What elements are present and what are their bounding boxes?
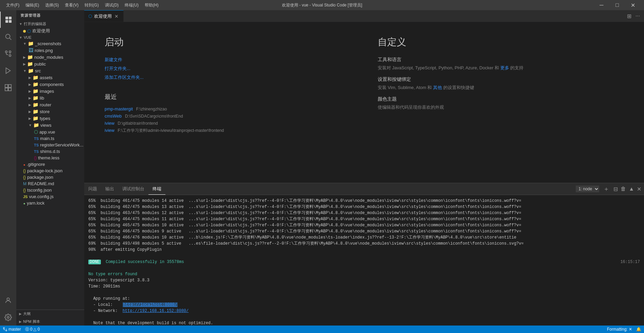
main-layout: 资源管理器 ▼ 打开的编辑器 ⬡ 欢迎使用 ▼ VUE ▼ 📁 _screens… xyxy=(0,10,644,326)
lib-folder[interactable]: ▶ 📁 lib xyxy=(16,94,84,101)
source-control-activity-icon[interactable] xyxy=(0,46,16,62)
notification-bell[interactable]: 🔔 xyxy=(636,327,641,332)
package-lock-file[interactable]: {} package-lock.json xyxy=(16,168,84,174)
svg-rect-0 xyxy=(5,17,8,19)
new-file-link[interactable]: 新建文件 xyxy=(105,57,351,63)
errors-count: 0 xyxy=(30,327,33,332)
theme-less-file[interactable]: {} theme.less xyxy=(16,155,84,161)
project-section[interactable]: ▼ VUE xyxy=(16,35,84,40)
terminal-select[interactable]: 1: node xyxy=(576,186,599,192)
menu-terminal[interactable]: 终端(U) xyxy=(122,2,141,9)
split-terminal-button[interactable]: ⊟ xyxy=(613,186,618,192)
open-folder-link[interactable]: 打开文件夹... xyxy=(105,66,351,72)
node-modules-folder[interactable]: ▶ 📁 node_modules xyxy=(16,54,84,60)
debug-console-tab[interactable]: 调试控制台 xyxy=(118,183,148,195)
router-folder[interactable]: ▶ 📁 router xyxy=(16,101,84,108)
gitignore-file[interactable]: ⬥ .gitignore xyxy=(16,161,84,168)
outline-section[interactable]: ▶ 大纲 xyxy=(16,310,84,318)
main-ts-file[interactable]: TS main.ts xyxy=(16,135,84,142)
minimize-button[interactable]: ─ xyxy=(594,0,609,10)
extensions-activity-icon[interactable] xyxy=(0,80,16,96)
shims-d-ts-file[interactable]: TS shims.d.ts xyxy=(16,148,84,155)
menu-view[interactable]: 查看(V) xyxy=(62,2,81,9)
json-icon-ts: {} xyxy=(23,188,26,193)
screenshots-folder[interactable]: ▼ 📁 _screenshots xyxy=(16,40,84,47)
network-url-link[interactable]: http://192.168.16.152:8080/ xyxy=(123,309,189,313)
more-link[interactable]: 更多 xyxy=(500,65,509,70)
types-folder[interactable]: ▶ 📁 types xyxy=(16,115,84,122)
vue-config-js-file[interactable]: JS vue.config.js xyxy=(16,193,84,200)
menu-file[interactable]: 文件(F) xyxy=(3,2,22,9)
app-vue-file[interactable]: ⬡ app.vue xyxy=(16,128,84,135)
menu-help[interactable]: 帮助(H) xyxy=(142,2,161,9)
roles-png-file[interactable]: 🖼 roles.png xyxy=(16,47,84,54)
store-folder[interactable]: ▶ 📁 store xyxy=(16,108,84,115)
open-editors-section[interactable]: ▼ 打开的编辑器 xyxy=(16,21,84,27)
images-folder[interactable]: ▶ 📁 images xyxy=(16,88,84,94)
settings-activity-icon[interactable] xyxy=(0,309,16,326)
explorer-activity-icon[interactable] xyxy=(0,12,16,28)
maximize-button[interactable]: □ xyxy=(609,0,625,10)
assets-folder[interactable]: ▶ 📁 assets xyxy=(16,74,84,81)
terminal-tab[interactable]: 终端 xyxy=(148,183,165,195)
add-workspace-link[interactable]: 添加工作区文件夹... xyxy=(105,74,351,81)
register-service-file[interactable]: TS registerServiceWork... xyxy=(16,142,84,148)
components-folder[interactable]: ▶ 📁 components xyxy=(16,81,84,88)
open-file-welcome[interactable]: ⬡ 欢迎使用 xyxy=(16,27,84,35)
titlebar-menus[interactable]: 文件(F) 编辑(E) 选择(S) 查看(V) 转到(G) 调试(D) 终端(U… xyxy=(3,2,161,9)
output-tab[interactable]: 输出 xyxy=(101,183,118,195)
titlebar-controls[interactable]: ─ □ ✕ xyxy=(594,0,641,10)
maximize-panel-button[interactable]: ▲ xyxy=(629,186,634,192)
other-link[interactable]: 其他 xyxy=(433,85,442,90)
delete-terminal-button[interactable]: 🗑 xyxy=(621,186,626,192)
src-folder[interactable]: ▼ 📁 src xyxy=(16,67,84,74)
theme-less-label: theme.less xyxy=(38,155,59,160)
app-vue-label: app.vue xyxy=(39,129,55,135)
images-label: images xyxy=(40,89,54,94)
npm-chevron: ▶ xyxy=(19,320,22,323)
recent-name-2[interactable]: iview xyxy=(105,121,114,126)
more-actions-button[interactable]: ··· xyxy=(634,12,641,20)
network-url-line: - Network: http://192.168.16.152:8080/ xyxy=(88,308,640,314)
package-json-file[interactable]: {} package.json xyxy=(16,174,84,180)
npm-section[interactable]: ▶ NPM 脚本 xyxy=(16,318,84,326)
git-status[interactable]: master xyxy=(3,327,21,332)
close-panel-button[interactable]: ✕ xyxy=(637,186,641,192)
folder-icon-pub: 📁 xyxy=(27,61,33,67)
package-lock-label: package-lock.json xyxy=(27,168,62,173)
time-line: Time: 20011ms xyxy=(88,283,640,290)
menu-debug[interactable]: 调试(D) xyxy=(102,2,122,9)
readme-md-file[interactable]: M README.md xyxy=(16,180,84,187)
menu-select[interactable]: 选择(S) xyxy=(42,2,61,9)
debug-activity-icon[interactable] xyxy=(0,63,16,79)
tab-close-button[interactable]: ✕ xyxy=(114,13,119,20)
recent-name-1[interactable]: cmsWeb xyxy=(105,113,122,119)
menu-goto[interactable]: 转到(G) xyxy=(82,2,101,9)
terminal-line-7: 69% building 493/498 modules 5 active ..… xyxy=(88,241,640,247)
problems-tab[interactable]: 问题 xyxy=(84,183,101,195)
recent-name-0[interactable]: pmp-mastergit xyxy=(105,106,133,111)
local-url-line: - Local: http://localhost:8080/ xyxy=(88,302,640,308)
sidebar-bottom: ▶ 大纲 ▶ NPM 脚本 xyxy=(16,310,84,326)
tsconfig-json-file[interactable]: {} tsconfig.json xyxy=(16,187,84,193)
errors-warnings[interactable]: ⓪ 0 △ 0 xyxy=(25,327,40,332)
public-folder[interactable]: ▶ 📁 public xyxy=(16,60,84,67)
formatting-status[interactable]: Formatting: ✕ xyxy=(607,327,632,332)
split-editor-button[interactable]: ⊞ xyxy=(626,12,633,20)
local-url-link[interactable]: http://localhost:8080/ xyxy=(123,302,177,307)
views-folder[interactable]: ▼ 📁 views xyxy=(16,122,84,128)
menu-edit[interactable]: 编辑(E) xyxy=(23,2,42,9)
account-activity-icon[interactable] xyxy=(0,292,16,309)
statusbar-left: master ⓪ 0 △ 0 xyxy=(3,327,40,332)
shims-d-ts-label: shims.d.ts xyxy=(40,149,60,154)
git-branch-label: master xyxy=(8,327,21,332)
add-terminal-button[interactable]: ＋ xyxy=(602,185,611,193)
welcome-tab[interactable]: ⬡ 欢迎使用 ✕ xyxy=(84,10,124,22)
search-activity-icon[interactable] xyxy=(0,29,16,45)
recent-name-3[interactable]: iview xyxy=(105,128,114,133)
terminal-content[interactable]: 65% building 461/475 modules 14 active .… xyxy=(84,195,644,326)
yarn-lock-file[interactable]: ⬥ yarn.lock xyxy=(16,200,84,206)
panel: 问题 输出 调试控制台 终端 1: node ＋ ⊟ 🗑 ▲ ✕ 65% bui… xyxy=(84,183,644,326)
close-button[interactable]: ✕ xyxy=(625,0,641,10)
customize-title: 自定义 xyxy=(378,36,624,49)
